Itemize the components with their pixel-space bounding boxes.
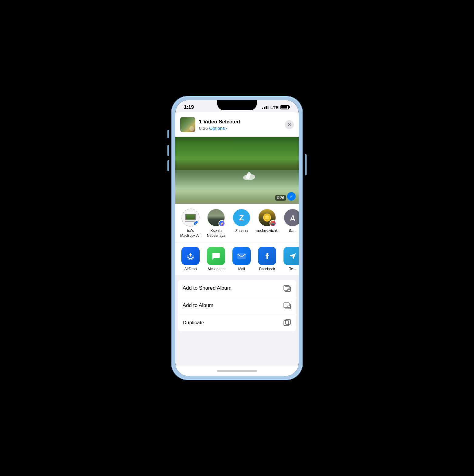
phone-frame: 1:19 LTE — [172, 96, 302, 380]
contact-item-macbook[interactable]: ⟳ ira'sMacBook Air — [180, 209, 201, 238]
contact-item-medovisvichki[interactable]: 🪙 📷 medovisvichki — [257, 209, 277, 238]
battery-fill — [281, 106, 287, 109]
app-icon-airdrop — [181, 247, 200, 265]
share-header: 1 Video Selected 0:26 Options › ✕ — [175, 112, 299, 137]
scene-trees — [175, 137, 299, 174]
lte-label: LTE — [270, 105, 279, 110]
menu-item-album-label: Add to Album — [183, 302, 213, 309]
app-name-telegram: Te... — [289, 267, 296, 271]
menu-item-duplicate-label: Duplicate — [183, 320, 204, 326]
share-duration: 0:26 — [199, 126, 208, 131]
status-right: LTE — [262, 105, 290, 110]
signal-bar-4 — [267, 106, 269, 109]
contact-item-zhanna[interactable]: Z Zhanna — [231, 209, 252, 238]
app-icon-facebook — [258, 247, 276, 265]
contact-item-ksenia[interactable]: ⚡ KseniaNebesnaya — [206, 209, 226, 238]
app-item-facebook[interactable]: Facebook — [257, 247, 277, 271]
video-preview: ✓ 0:26 — [175, 137, 299, 204]
apps-scroll: AirDrop Messages — [175, 247, 299, 271]
video-thumbnail — [180, 117, 195, 132]
battery-tip — [289, 106, 290, 108]
contact-name-other: Да... — [289, 229, 297, 233]
app-item-messages[interactable]: Messages — [206, 247, 226, 271]
contact-avatar-zhanna: Z — [232, 209, 251, 227]
options-button[interactable]: Options › — [209, 126, 227, 131]
notch — [217, 100, 257, 110]
contacts-scroll: ⟳ ira'sMacBook Air ⚡ — [175, 209, 299, 238]
app-item-telegram[interactable]: Te... — [282, 247, 299, 271]
shared-album-icon — [283, 284, 291, 292]
app-item-airdrop[interactable]: AirDrop — [180, 247, 201, 271]
app-name-messages: Messages — [208, 267, 225, 271]
share-title: 1 Video Selected — [199, 119, 281, 125]
signal-bar-1 — [262, 108, 263, 109]
phone-screen: 1:19 LTE — [175, 100, 299, 376]
share-header-info: 1 Video Selected 0:26 Options › — [199, 119, 281, 131]
battery-body — [280, 105, 289, 109]
signal-bar-3 — [266, 106, 267, 109]
contact-name-ksenia: KseniaNebesnaya — [207, 229, 225, 238]
airdrop-badge: ⟳ — [194, 221, 200, 227]
menu-item-shared-album-label: Add to Shared Album — [183, 285, 232, 291]
app-icon-telegram — [283, 247, 299, 265]
contact-avatar-ksenia: ⚡ — [207, 209, 225, 227]
album-icon — [283, 301, 291, 310]
share-sheet: 1 Video Selected 0:26 Options › ✕ — [175, 112, 299, 376]
messenger-badge: ⚡ — [218, 220, 225, 227]
app-icon-mail — [232, 247, 251, 265]
app-name-facebook: Facebook — [259, 267, 275, 271]
menu-section: Add to Shared Album — [178, 280, 296, 331]
video-scene — [175, 137, 299, 204]
silent-button[interactable] — [167, 130, 169, 138]
contacts-section: ⟳ ira'sMacBook Air ⚡ — [175, 204, 299, 242]
svg-rect-7 — [284, 321, 289, 326]
contact-item-other[interactable]: Д Да... — [282, 209, 299, 238]
app-icon-messages — [207, 247, 225, 265]
duplicate-icon — [283, 319, 291, 327]
menu-item-shared-album[interactable]: Add to Shared Album — [178, 280, 296, 297]
menu-area: Add to Shared Album — [175, 277, 299, 366]
contact-name-medovisvichki: medovisvichki — [256, 229, 279, 233]
instagram-badge: 📷 — [270, 220, 276, 227]
signal-bar-2 — [264, 107, 265, 109]
contact-name-macbook: ira'sMacBook Air — [180, 229, 201, 238]
status-time: 1:19 — [184, 104, 194, 110]
menu-item-duplicate[interactable]: Duplicate — [178, 314, 296, 331]
svg-rect-0 — [238, 254, 246, 259]
app-name-airdrop: AirDrop — [184, 267, 197, 271]
video-checkmark: ✓ — [287, 192, 296, 201]
signal-bars — [262, 106, 269, 109]
close-button[interactable]: ✕ — [285, 120, 294, 129]
home-indicator — [175, 366, 299, 376]
screen: 1:19 LTE — [175, 100, 299, 376]
home-bar — [217, 370, 257, 372]
contact-avatar-macbook: ⟳ — [181, 209, 200, 227]
svg-rect-8 — [286, 319, 290, 324]
app-name-mail: Mail — [238, 267, 245, 271]
apps-section: AirDrop Messages — [175, 242, 299, 277]
contact-avatar-other: Д — [283, 209, 299, 227]
menu-item-album[interactable]: Add to Album — [178, 297, 296, 314]
contact-name-zhanna: Zhanna — [235, 229, 248, 233]
share-subtitle: 0:26 Options › — [199, 126, 281, 131]
power-button[interactable] — [305, 154, 307, 175]
volume-down-button[interactable] — [167, 160, 169, 171]
battery-icon — [280, 105, 290, 109]
volume-up-button[interactable] — [167, 145, 169, 156]
app-item-mail[interactable]: Mail — [231, 247, 252, 271]
video-duration-badge: 0:26 — [275, 195, 286, 201]
contact-avatar-medovisvichki: 🪙 📷 — [258, 209, 276, 227]
